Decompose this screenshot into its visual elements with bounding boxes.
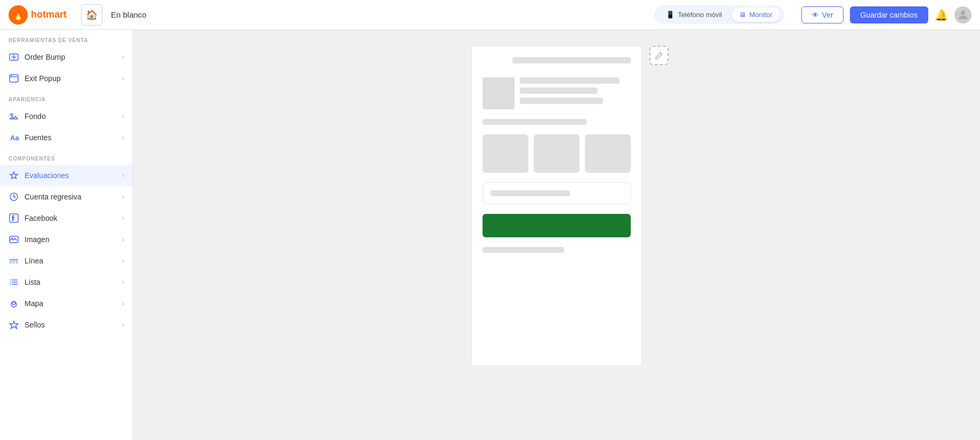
skeleton-line-2 <box>520 87 598 94</box>
svg-point-6 <box>11 114 13 116</box>
chevron-right-icon: › <box>122 321 124 329</box>
sidebar-item-lista[interactable]: Lista › <box>0 271 133 293</box>
eye-icon: 👁 <box>812 11 819 19</box>
notification-bell-icon[interactable]: 🔔 <box>935 9 948 21</box>
chevron-right-icon: › <box>122 134 124 141</box>
sidebar: HERRAMIENTAS DE VENTA Order Bump › Exit … <box>0 30 133 440</box>
topbar-right: 👁 Ver Guardar cambios 🔔 <box>801 6 971 23</box>
evaluaciones-label: Evaluaciones <box>25 171 117 180</box>
skeleton-text-line <box>491 190 570 196</box>
chevron-right-icon: › <box>122 278 124 286</box>
lista-icon <box>9 277 19 287</box>
chevron-right-icon: › <box>122 193 124 201</box>
sidebar-item-fuentes[interactable]: Aa Fuentes › <box>0 127 133 148</box>
svg-point-5 <box>11 75 12 76</box>
avatar-icon <box>957 9 969 21</box>
fuentes-icon: Aa <box>9 132 19 143</box>
skeleton-header-image <box>483 77 515 109</box>
skeleton-header-lines <box>520 77 631 104</box>
ver-button[interactable]: 👁 Ver <box>801 6 844 23</box>
skeleton-header-section <box>483 77 631 109</box>
logo-area: 🔥 hotmart <box>9 5 73 25</box>
lista-label: Lista <box>25 278 117 286</box>
cuenta-regresiva-label: Cuenta regresiva <box>25 193 117 201</box>
imagen-icon <box>9 234 19 245</box>
facebook-icon <box>9 213 19 223</box>
chevron-right-icon: › <box>122 113 124 120</box>
canvas-area <box>133 30 980 440</box>
skeleton-desc-line <box>483 119 587 125</box>
sidebar-item-order-bump[interactable]: Order Bump › <box>0 46 133 68</box>
fondo-label: Fondo <box>25 112 117 121</box>
fuentes-label: Fuentes <box>25 133 117 142</box>
device-toggle: 📱 Teléfono móvil 🖥 Monitor <box>654 5 784 24</box>
ver-label: Ver <box>822 11 833 19</box>
mapa-label: Mapa <box>25 299 117 308</box>
chevron-right-icon: › <box>122 236 124 243</box>
sidebar-item-mapa[interactable]: Mapa › <box>0 293 133 314</box>
brand-name: hotmart <box>31 9 67 20</box>
section-label-herramientas: HERRAMIENTAS DE VENTA <box>0 30 133 46</box>
cuenta-regresiva-icon <box>9 191 19 202</box>
skeleton-three-blocks <box>483 134 631 173</box>
mapa-icon <box>9 298 19 309</box>
order-bump-label: Order Bump <box>25 53 117 61</box>
sidebar-item-facebook[interactable]: Facebook › <box>0 207 133 229</box>
monitor-label: Monitor <box>749 11 772 19</box>
chevron-right-icon: › <box>122 172 124 179</box>
mobile-icon: 📱 <box>666 11 674 19</box>
sidebar-item-linea[interactable]: Línea › <box>0 250 133 271</box>
page-title: En blanco <box>111 10 147 19</box>
svg-text:🔥: 🔥 <box>12 9 25 21</box>
home-button[interactable]: 🏠 <box>81 4 102 26</box>
svg-point-19 <box>10 282 11 283</box>
mobile-label: Teléfono móvil <box>678 11 722 19</box>
mobile-device-btn[interactable]: 📱 Teléfono móvil <box>658 7 729 22</box>
user-avatar[interactable] <box>954 6 971 23</box>
section-label-componentes: COMPONENTES <box>0 148 133 165</box>
chevron-right-icon: › <box>122 53 124 61</box>
chevron-right-icon: › <box>122 257 124 265</box>
svg-point-20 <box>10 284 11 285</box>
sidebar-item-exit-popup[interactable]: Exit Popup › <box>0 68 133 89</box>
facebook-label: Facebook <box>25 214 117 222</box>
sidebar-item-cuenta-regresiva[interactable]: Cuenta regresiva › <box>0 186 133 207</box>
linea-icon <box>9 255 19 266</box>
skeleton-bottom-line <box>483 247 564 253</box>
svg-point-11 <box>11 238 13 239</box>
skeleton-cta-button <box>483 214 631 237</box>
sidebar-item-imagen[interactable]: Imagen › <box>0 229 133 250</box>
exit-popup-icon <box>9 73 19 84</box>
svg-point-2 <box>961 11 965 15</box>
exit-popup-label: Exit Popup <box>25 74 117 83</box>
pencil-icon <box>655 52 663 59</box>
linea-label: Línea <box>25 257 117 265</box>
fondo-icon <box>9 111 19 122</box>
monitor-icon: 🖥 <box>739 11 746 19</box>
sellos-label: Sellos <box>25 321 117 329</box>
page-canvas <box>471 46 642 366</box>
sidebar-item-evaluaciones[interactable]: Evaluaciones › <box>0 165 133 186</box>
skeleton-top-line <box>512 57 631 63</box>
chevron-right-icon: › <box>122 214 124 222</box>
svg-point-18 <box>10 279 11 281</box>
skeleton-text-block <box>483 182 631 204</box>
monitor-device-btn[interactable]: 🖥 Monitor <box>732 7 780 22</box>
sidebar-item-fondo[interactable]: Fondo › <box>0 106 133 127</box>
sellos-icon <box>9 319 19 330</box>
evaluaciones-icon <box>9 170 19 181</box>
skeleton-block-2 <box>534 134 580 173</box>
order-bump-icon <box>9 52 19 62</box>
skeleton-line-3 <box>520 98 603 104</box>
skeleton-line-1 <box>520 77 620 84</box>
hotmart-logo: 🔥 <box>9 5 28 25</box>
skeleton-block-1 <box>483 134 528 173</box>
sidebar-item-sellos[interactable]: Sellos › <box>0 314 133 335</box>
skeleton-block-3 <box>585 134 631 173</box>
chevron-right-icon: › <box>122 300 124 307</box>
guardar-button[interactable]: Guardar cambios <box>850 6 928 23</box>
topbar: 🔥 hotmart 🏠 En blanco 📱 Teléfono móvil 🖥… <box>0 0 980 30</box>
canvas-wrapper <box>471 46 642 366</box>
section-label-apariencia: APARIENCIA <box>0 89 133 106</box>
edit-float-button[interactable] <box>649 46 669 65</box>
